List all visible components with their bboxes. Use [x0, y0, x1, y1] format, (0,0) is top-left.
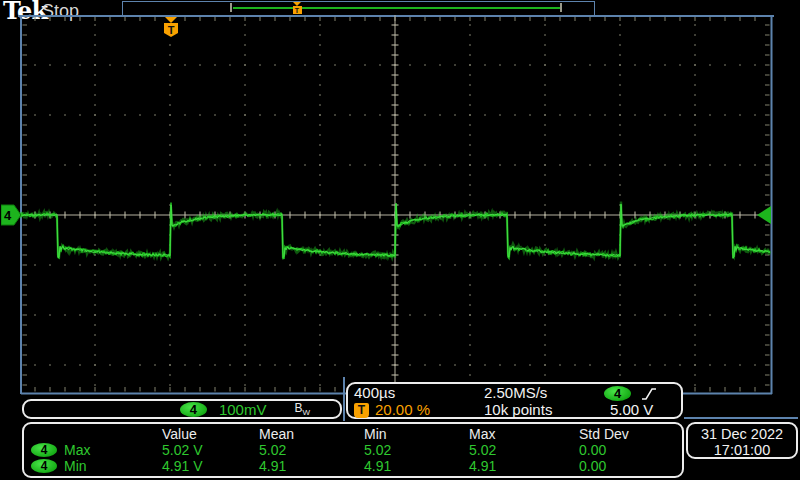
sample-rate: 2.50MS/s	[482, 385, 602, 402]
measurement-name: Max	[64, 442, 90, 458]
trigger-slope-rising-icon	[640, 386, 657, 401]
measurement-row-max: 4 Max 5.02 V 5.02 5.02 5.02 0.00	[24, 442, 682, 458]
trigger-level-arrow-icon	[755, 205, 772, 225]
record-window-line	[233, 7, 561, 9]
measurement-name: Min	[64, 458, 87, 474]
oscilloscope-screen: Tek Stop T T 4 4 100mV BW 400µs 2.50MS/s	[0, 0, 800, 480]
trigger-position-readout: T 20.00 %	[354, 402, 482, 418]
meas-value: 5.02 V	[162, 442, 259, 458]
col-header-min: Min	[364, 426, 469, 442]
bandwidth-limit-icon: BW	[294, 401, 310, 417]
channel-badge: 4	[180, 402, 207, 417]
meas-max: 4.91	[469, 458, 579, 474]
meas-mean: 5.02	[259, 442, 364, 458]
col-header-stddev: Std Dev	[579, 426, 682, 442]
trigger-position-marker-icon: T	[164, 17, 178, 37]
channel4-position-marker: 4	[1, 203, 23, 227]
trigger-level: 5.00 V	[602, 402, 681, 418]
meas-value: 4.91 V	[162, 458, 259, 474]
measurement-header-row: Value Mean Min Max Std Dev	[24, 426, 682, 442]
record-bracket-left	[230, 3, 232, 12]
col-header-value: Value	[162, 426, 259, 442]
date-time-box: 31 Dec 2022 17:01:00	[686, 422, 798, 459]
time-label: 17:01:00	[688, 442, 796, 458]
trigger-t-icon: T	[354, 403, 369, 418]
bar-trigger-position-icon: T	[291, 2, 303, 13]
measurement-channel-badge: 4	[31, 459, 57, 473]
measurement-channel-badge: 4	[31, 443, 57, 457]
graticule	[20, 15, 773, 395]
horizontal-trigger-readout-box: 400µs 2.50MS/s 4 T 20.00 % 10k points 5.…	[346, 382, 683, 419]
meas-max: 5.02	[469, 442, 579, 458]
date-label: 31 Dec 2022	[688, 426, 796, 442]
meas-stddev: 0.00	[579, 442, 682, 458]
measurement-row-min: 4 Min 4.91 V 4.91 4.91 4.91 0.00	[24, 458, 682, 474]
meas-min: 5.02	[364, 442, 469, 458]
meas-mean: 4.91	[259, 458, 364, 474]
record-length: 10k points	[482, 402, 602, 418]
horizontal-scale: 400µs	[354, 385, 482, 402]
svg-text:4: 4	[4, 208, 12, 223]
trigger-source-cell: 4	[602, 385, 681, 402]
meas-min: 4.91	[364, 458, 469, 474]
channel-scale: 100mV	[219, 401, 267, 418]
channel-readout-box: 4 100mV BW	[22, 399, 342, 419]
col-header-max: Max	[469, 426, 579, 442]
meas-stddev: 0.00	[579, 458, 682, 474]
acquisition-bar: T	[122, 1, 595, 16]
trigger-source-badge: 4	[604, 386, 631, 401]
frame-stub-horizontal	[684, 417, 798, 419]
record-bracket-right	[560, 3, 562, 12]
col-header-mean: Mean	[259, 426, 364, 442]
measurement-table: Value Mean Min Max Std Dev 4 Max 5.02 V …	[22, 422, 684, 478]
